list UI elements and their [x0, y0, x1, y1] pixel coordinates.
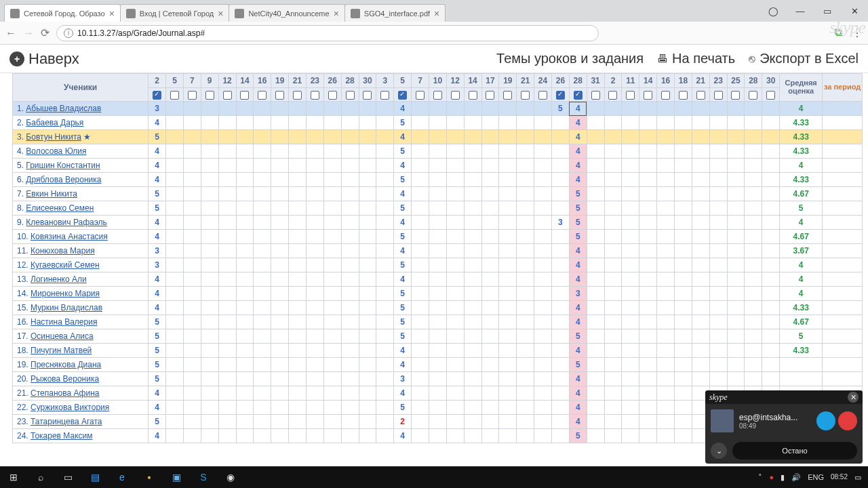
day-checkbox-cell[interactable] — [569, 88, 587, 102]
menu-icon[interactable]: ⋮ — [852, 26, 863, 39]
grade-cell[interactable] — [499, 358, 517, 372]
day-header[interactable]: 21 — [289, 74, 307, 88]
grade-cell[interactable]: 4 — [569, 415, 587, 429]
forward-button[interactable]: → — [23, 27, 34, 39]
grade-cell[interactable] — [534, 386, 552, 401]
grade-cell[interactable] — [674, 401, 692, 415]
day-checkbox-cell[interactable] — [359, 88, 376, 102]
period-cell[interactable] — [823, 287, 863, 301]
grade-cell[interactable] — [254, 187, 271, 201]
period-cell[interactable] — [823, 216, 863, 230]
grade-cell[interactable] — [622, 329, 639, 344]
grade-cell[interactable] — [183, 358, 201, 372]
grade-cell[interactable] — [745, 116, 762, 130]
close-button[interactable]: ✕ — [841, 0, 868, 22]
grade-cell[interactable] — [604, 173, 622, 187]
grade-cell[interactable]: 5 — [394, 258, 412, 272]
grade-cell[interactable] — [359, 144, 376, 159]
grade-cell[interactable] — [323, 415, 341, 429]
grade-cell[interactable] — [166, 344, 184, 358]
student-link[interactable]: Бовтун Никита — [26, 132, 81, 142]
grade-cell[interactable]: 3 — [149, 244, 166, 258]
grade-cell[interactable] — [166, 287, 184, 301]
grade-cell[interactable] — [201, 102, 218, 116]
grade-cell[interactable] — [639, 372, 657, 386]
grade-cell[interactable] — [306, 216, 323, 230]
grade-cell[interactable]: 5 — [569, 358, 587, 372]
grade-cell[interactable] — [289, 144, 307, 159]
grade-cell[interactable] — [674, 429, 692, 443]
grade-cell[interactable] — [534, 173, 552, 187]
grade-cell[interactable] — [201, 144, 218, 159]
day-header[interactable]: 28 — [745, 74, 762, 88]
grade-cell[interactable] — [323, 372, 341, 386]
grade-cell[interactable] — [587, 144, 604, 159]
period-cell[interactable] — [823, 329, 863, 344]
grade-cell[interactable] — [745, 173, 762, 187]
grade-cell[interactable] — [464, 372, 481, 386]
day-header[interactable]: 2 — [149, 74, 166, 88]
day-header[interactable]: 25 — [727, 74, 745, 88]
grade-cell[interactable] — [692, 187, 709, 201]
grade-cell[interactable] — [323, 230, 341, 244]
grade-cell[interactable] — [236, 130, 254, 144]
grade-cell[interactable] — [657, 258, 675, 272]
grade-cell[interactable]: 3 — [394, 372, 412, 386]
grade-cell[interactable]: 5 — [394, 315, 412, 329]
grade-cell[interactable] — [359, 201, 376, 216]
grade-cell[interactable] — [446, 429, 464, 443]
grade-cell[interactable] — [289, 315, 307, 329]
grade-cell[interactable] — [551, 144, 569, 159]
grade-cell[interactable] — [289, 344, 307, 358]
grade-cell[interactable]: 4 — [394, 344, 412, 358]
grade-cell[interactable] — [587, 401, 604, 415]
grade-cell[interactable] — [359, 372, 376, 386]
grade-cell[interactable] — [183, 244, 201, 258]
grade-cell[interactable]: 5 — [569, 216, 587, 230]
day-checkbox-cell[interactable] — [429, 88, 446, 102]
grade-cell[interactable] — [271, 315, 289, 329]
grade-cell[interactable] — [517, 358, 534, 372]
grade-cell[interactable] — [499, 315, 517, 329]
grade-cell[interactable] — [306, 415, 323, 429]
grade-cell[interactable] — [657, 144, 675, 159]
grade-cell[interactable] — [587, 329, 604, 344]
grade-cell[interactable] — [236, 401, 254, 415]
grade-cell[interactable] — [271, 287, 289, 301]
grade-cell[interactable] — [412, 372, 429, 386]
grade-cell[interactable] — [218, 216, 236, 230]
grade-cell[interactable] — [534, 258, 552, 272]
grade-cell[interactable]: 4 — [394, 386, 412, 401]
grade-cell[interactable]: 4 — [149, 173, 166, 187]
grade-cell[interactable] — [323, 386, 341, 401]
grade-cell[interactable] — [692, 301, 709, 315]
grade-cell[interactable] — [446, 159, 464, 173]
day-checkbox-cell[interactable] — [499, 88, 517, 102]
grade-cell[interactable] — [306, 401, 323, 415]
grade-cell[interactable]: 3 — [551, 216, 569, 230]
grade-cell[interactable] — [323, 216, 341, 230]
day-checkbox-cell[interactable] — [394, 88, 412, 102]
grade-cell[interactable] — [551, 258, 569, 272]
grade-cell[interactable] — [289, 116, 307, 130]
grade-cell[interactable] — [429, 244, 446, 258]
grade-cell[interactable] — [429, 386, 446, 401]
grade-cell[interactable] — [587, 173, 604, 187]
grade-cell[interactable] — [657, 173, 675, 187]
grade-cell[interactable]: 4 — [394, 429, 412, 443]
grade-cell[interactable] — [604, 272, 622, 287]
grade-cell[interactable] — [604, 372, 622, 386]
grade-cell[interactable] — [499, 173, 517, 187]
grade-cell[interactable] — [622, 401, 639, 415]
grade-cell[interactable] — [587, 272, 604, 287]
grade-cell[interactable]: 4 — [394, 130, 412, 144]
grade-cell[interactable]: 4 — [149, 401, 166, 415]
screenshot-icon[interactable]: ⧉ — [835, 26, 842, 39]
grade-cell[interactable] — [551, 287, 569, 301]
grade-cell[interactable] — [481, 401, 499, 415]
grade-cell[interactable] — [341, 159, 359, 173]
student-link[interactable]: Настина Валерия — [31, 317, 97, 327]
grade-cell[interactable] — [271, 144, 289, 159]
day-checkbox-cell[interactable] — [604, 88, 622, 102]
grade-cell[interactable] — [289, 130, 307, 144]
